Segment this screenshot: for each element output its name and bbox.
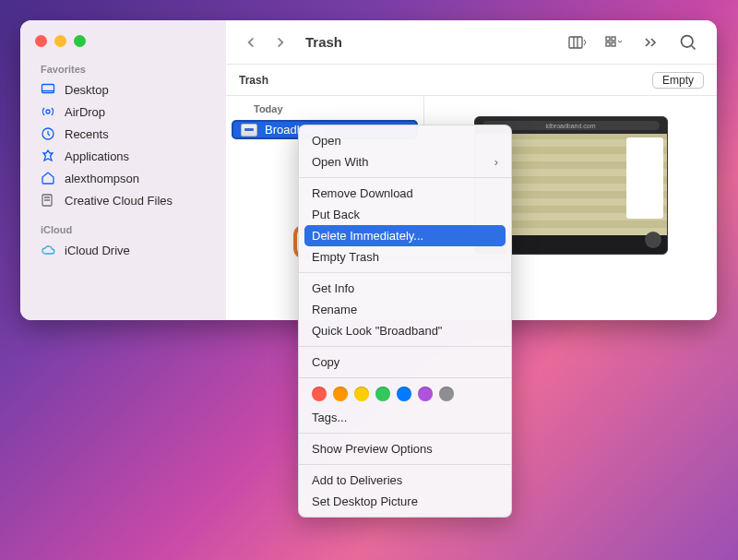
tag-blue[interactable] [397,387,411,401]
location-bar: Trash Empty [226,65,717,96]
tag-yellow[interactable] [354,387,369,401]
chevron-right-icon: › [494,155,498,169]
menu-add-to-deliveries[interactable]: Add to Deliveries [299,470,511,491]
menu-rename[interactable]: Rename [299,299,511,320]
maximize-button[interactable] [74,35,86,47]
location-label: Trash [239,74,268,87]
favorites-header: Favorites [20,60,226,78]
menu-delete-immediately[interactable]: Delete Immediately... [304,225,506,246]
cloud-icon [41,243,55,257]
menu-get-info[interactable]: Get Info [299,278,511,299]
traffic-lights [20,31,226,60]
sidebar-item-icloud-drive[interactable]: iCloud Drive [20,239,226,261]
icloud-header: iCloud [20,220,226,239]
page-title: Trash [305,34,342,50]
applications-icon [41,149,55,163]
sidebar-item-label: Creative Cloud Files [65,194,173,208]
menu-copy[interactable]: Copy [299,351,511,373]
menu-tag-colors [299,383,511,407]
sidebar-item-airdrop[interactable]: AirDrop [20,101,226,123]
menu-open[interactable]: Open [299,130,511,151]
menu-put-back[interactable]: Put Back [299,204,511,225]
svg-rect-4 [569,37,582,48]
group-header-today: Today [226,96,423,120]
airdrop-icon [41,104,55,119]
sidebar-item-label: iCloud Drive [65,244,130,257]
sidebar-item-label: Desktop [65,83,109,97]
svg-rect-7 [606,42,610,46]
menu-show-preview-options[interactable]: Show Preview Options [299,438,511,459]
desktop-icon [41,82,55,97]
view-columns-button[interactable] [562,30,593,54]
menu-set-desktop-picture[interactable]: Set Desktop Picture [299,491,511,512]
menu-open-with[interactable]: Open With› [299,151,511,173]
more-button[interactable] [636,30,667,54]
forward-button[interactable] [268,30,292,54]
tag-red[interactable] [312,387,327,401]
sidebar: Favorites Desktop AirDrop Recents Applic… [20,20,226,320]
svg-point-1 [46,110,50,113]
sidebar-item-label: Applications [65,149,129,163]
folder-icon [41,193,55,208]
svg-rect-5 [606,37,610,41]
sidebar-item-recents[interactable]: Recents [20,123,226,145]
search-button[interactable] [673,30,704,54]
sidebar-item-applications[interactable]: Applications [20,145,226,167]
menu-empty-trash[interactable]: Empty Trash [299,246,511,268]
tag-green[interactable] [375,387,390,401]
sidebar-item-home[interactable]: alexthompson [20,167,226,189]
clock-icon [41,126,55,141]
empty-trash-button[interactable]: Empty [652,72,704,89]
svg-rect-8 [612,42,615,46]
toolbar: Trash [226,20,717,65]
svg-rect-6 [612,37,615,41]
menu-remove-download[interactable]: Remove Download [299,183,511,204]
svg-point-9 [682,35,694,47]
minimize-button[interactable] [54,35,66,47]
sidebar-item-label: alexthompson [65,172,139,185]
sidebar-item-label: Recents [65,127,109,141]
close-button[interactable] [35,35,47,47]
context-menu: Open Open With› Remove Download Put Back… [298,125,512,518]
back-button[interactable] [239,30,263,54]
sidebar-item-desktop[interactable]: Desktop [20,78,226,101]
view-group-button[interactable] [599,30,630,54]
svg-rect-0 [42,85,54,93]
menu-tags[interactable]: Tags... [299,407,511,428]
webloc-icon [241,124,257,137]
home-icon [41,171,55,185]
sidebar-item-label: AirDrop [65,105,105,119]
sidebar-item-creative-cloud[interactable]: Creative Cloud Files [20,189,226,211]
tag-orange[interactable] [333,387,348,401]
tag-purple[interactable] [418,387,433,401]
tag-gray[interactable] [439,387,454,401]
menu-quick-look[interactable]: Quick Look "Broadband" [299,320,511,341]
